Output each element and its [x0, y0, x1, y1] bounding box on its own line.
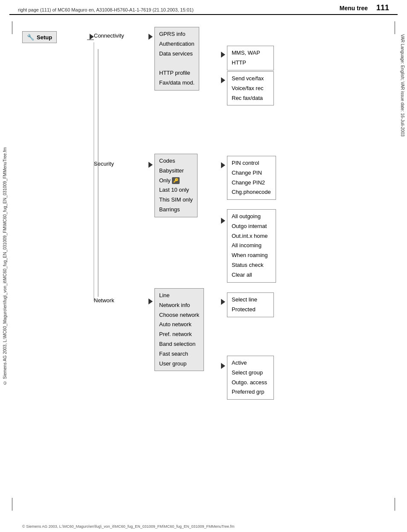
- connectivity-label: Connectivity: [94, 31, 124, 41]
- arrow-fax-data: [218, 77, 228, 85]
- security-item-codes: Codes: [159, 156, 193, 166]
- usergroup-item-outgo-access: Outgo. access: [232, 378, 269, 388]
- barrings-item-outgo-internat: Outgo internat: [232, 222, 271, 231]
- fax-item-voice: Voice/fax rec: [232, 84, 269, 94]
- arrow-network-items: [146, 298, 155, 306]
- network-item-band-selection: Band selection: [159, 339, 199, 349]
- page-header: right page (111) of MC60 Maguro en, A310…: [9, 0, 398, 15]
- sidebar-left: © Siemens AG 2003, L:\MC60_Maguro\en\fug…: [0, 0, 9, 532]
- wrench-icon: 🔧: [27, 34, 34, 41]
- tree-lines-svg: [22, 23, 406, 450]
- barrings-item-status-check: Status check: [232, 260, 271, 270]
- arrow-security-items: [146, 162, 155, 169]
- network-item-line: Line: [159, 291, 199, 301]
- user-group-sub-box: Active Select group Outgo. access Prefer…: [227, 356, 274, 400]
- network-item-auto-network: Auto network: [159, 320, 199, 330]
- arrow-barrings: [218, 218, 228, 225]
- fax-item-rec: Rec fax/data: [232, 94, 269, 103]
- barrings-item-all-incoming: All incoming: [232, 241, 271, 251]
- usergroup-item-preferred-grp: Preferred grp: [232, 387, 269, 397]
- network-item-choose-network: Choose network: [159, 310, 199, 320]
- codes-sub-box: PIN control Change PIN Change PIN2 Chg.p…: [227, 156, 276, 200]
- header-left-text: right page (111) of MC60 Maguro en, A310…: [18, 7, 194, 12]
- connectivity-item-auth: Authentication: [159, 39, 195, 49]
- connectivity-item-fax: Fax/data mod.: [159, 78, 195, 88]
- header-title: Menu tree: [340, 5, 368, 12]
- codes-item-pin-control: PIN control: [232, 158, 271, 168]
- connectivity-items-box: GPRS info Authentication Data services H…: [154, 27, 199, 91]
- header-page-number: 111: [376, 3, 389, 12]
- network-item-user-group: User group: [159, 359, 199, 369]
- connection-lines: [22, 23, 406, 493]
- barrings-item-when-roaming: When roaming: [232, 251, 271, 260]
- arrow-user-group: [218, 363, 228, 370]
- security-item-only: Only 🔑: [159, 176, 193, 186]
- mms-item-http: HTTP: [232, 58, 269, 68]
- line-item-protected: Protected: [232, 305, 269, 315]
- setup-box: 🔧 Setup: [22, 31, 57, 43]
- network-items-box: Line Network info Choose network Auto ne…: [154, 288, 204, 371]
- arrow-codes: [218, 162, 228, 170]
- security-item-barrings: Barrings: [159, 205, 193, 215]
- fax-item-send: Send vce/fax: [232, 74, 269, 84]
- bottom-copyright: © Siemens AG 2003, L:\MC60_Maguro\en\fug…: [22, 524, 235, 529]
- key-icon: 🔑: [172, 177, 180, 184]
- arrow-connectivity-items: [146, 34, 155, 41]
- network-item-fast-search: Fast search: [159, 349, 199, 359]
- connectivity-item-http: HTTP profile: [159, 68, 195, 78]
- barrings-sub-box: All outgoing Outgo internat Out.int.x ho…: [227, 209, 276, 283]
- barrings-item-clear-all: Clear all: [232, 270, 271, 280]
- header-right: Menu tree 111: [340, 3, 389, 12]
- security-node: Security: [94, 159, 114, 169]
- connectivity-item-spacer: [159, 58, 195, 68]
- sidebar-right: VAR Language: English; VAR issue date: 1…: [398, 0, 407, 532]
- connectivity-node: Connectivity: [94, 31, 124, 41]
- copyright-text: © Siemens AG 2003, L:\MC60_Maguro\en\fug…: [22, 524, 235, 529]
- sidebar-right-text: VAR Language: English; VAR issue date: 1…: [400, 34, 405, 137]
- mms-item-mms: MMS, WAP: [232, 48, 269, 58]
- network-node: Network: [94, 296, 114, 306]
- codes-item-chg-phonecode: Chg.phonecode: [232, 187, 271, 197]
- network-item-network-info: Network info: [159, 301, 199, 310]
- connectivity-item-gprs: GPRS info: [159, 29, 195, 39]
- setup-label: Setup: [37, 34, 52, 41]
- mms-box: MMS, WAP HTTP: [227, 46, 274, 70]
- codes-item-change-pin2: Change PIN2: [232, 178, 271, 188]
- connectivity-item-data: Data services: [159, 49, 195, 59]
- fax-sub-box: Send vce/fax Voice/fax rec Rec fax/data: [227, 71, 274, 105]
- arrow-line: [218, 299, 228, 306]
- barrings-item-all-outgoing: All outgoing: [232, 212, 271, 222]
- arrow-data-services: [218, 52, 228, 59]
- codes-item-change-pin: Change PIN: [232, 168, 271, 178]
- security-label: Security: [94, 159, 114, 169]
- security-item-last10: Last 10 only: [159, 185, 193, 195]
- setup-node: 🔧 Setup: [22, 31, 57, 43]
- security-item-sim: This SIM only: [159, 195, 193, 205]
- security-items-box: Codes Babysitter Only 🔑 Last 10 only Thi…: [154, 154, 198, 217]
- network-label: Network: [94, 296, 114, 306]
- usergroup-item-active: Active: [232, 358, 269, 368]
- line-sub-box: Select line Protected: [227, 292, 274, 317]
- line-item-select-line: Select line: [232, 295, 269, 305]
- network-item-pref-network: Pref. network: [159, 330, 199, 339]
- security-item-babysitter: Babysitter: [159, 166, 193, 176]
- barrings-item-out-int-x: Out.int.x home: [232, 231, 271, 241]
- usergroup-item-select-group: Select group: [232, 368, 269, 378]
